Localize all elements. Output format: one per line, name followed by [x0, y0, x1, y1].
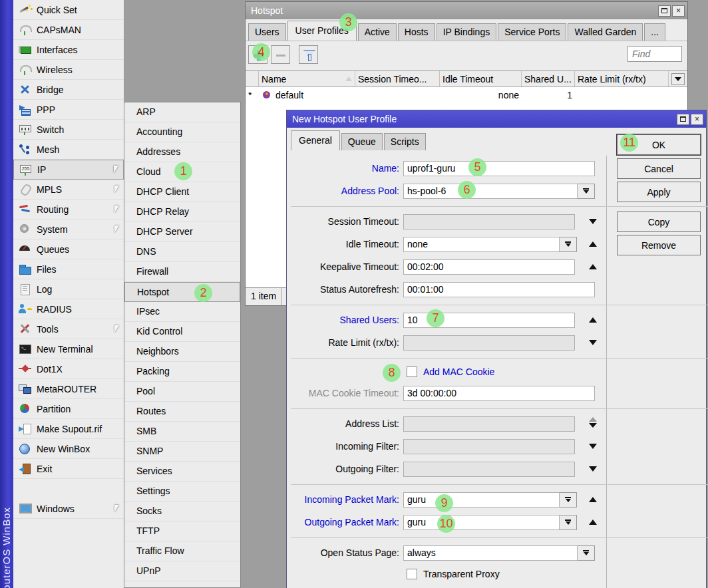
sidebar-item-quick-set[interactable]: Quick Set — [13, 0, 124, 20]
session-timeout-column-header[interactable]: Session Timeo... — [355, 71, 440, 86]
incoming-filter-input[interactable] — [403, 439, 575, 454]
sidebar-item-wireless[interactable]: Wireless — [13, 60, 124, 80]
sidebar-item-partition[interactable]: Partition — [13, 399, 124, 419]
sidebar-item-queues[interactable]: Queues — [13, 239, 124, 259]
add-mac-cookie-checkbox[interactable] — [407, 367, 417, 377]
hotspot-titlebar[interactable]: Hotspot × — [246, 2, 687, 19]
tab-hosts[interactable]: Hosts — [398, 23, 435, 41]
expand-down-icon[interactable] — [589, 442, 597, 450]
submenu-item-hotspot[interactable]: Hotspot — [124, 282, 240, 302]
open-status-page-dropdown-button[interactable] — [578, 545, 595, 561]
tab-general[interactable]: General — [291, 130, 340, 150]
incoming-packet-mark-dropdown-button[interactable] — [560, 492, 577, 508]
collapse-up-icon[interactable] — [589, 518, 597, 526]
submenu-item-dhcp-server[interactable]: DHCP Server — [124, 222, 240, 242]
open-status-page-input[interactable]: always — [403, 545, 578, 561]
collapse-up-icon[interactable] — [589, 496, 597, 504]
submenu-item-upnp[interactable]: UPnP — [124, 561, 240, 581]
address-pool-input[interactable]: hs-pool-6 — [403, 184, 578, 199]
status-autorefresh-input[interactable]: 00:01:00 — [403, 282, 595, 297]
submenu-item-traffic-flow[interactable]: Traffic Flow — [124, 541, 240, 561]
submenu-item-pool[interactable]: Pool — [124, 382, 240, 402]
remove-button[interactable]: Remove — [617, 235, 701, 255]
submenu-item-addresses[interactable]: Addresses — [124, 142, 240, 162]
sidebar-item-radius[interactable]: RADIUS — [13, 299, 124, 319]
collapse-up-icon[interactable] — [589, 263, 597, 271]
copy-button[interactable]: Copy — [617, 212, 701, 232]
rate-limit-column-header[interactable]: Rate Limit (rx/tx) — [575, 71, 669, 86]
submenu-item-tftp[interactable]: TFTP — [124, 521, 240, 541]
sidebar-item-system[interactable]: System — [13, 220, 124, 239]
submenu-item-dhcp-client[interactable]: DHCP Client — [124, 182, 240, 202]
table-row[interactable]: * default none 1 — [246, 87, 687, 102]
name-column-header[interactable]: Name — [259, 71, 355, 86]
sidebar-item-ip[interactable]: IP — [13, 160, 124, 180]
filter-button[interactable] — [299, 45, 318, 64]
address-pool-dropdown-button[interactable] — [578, 184, 595, 199]
transparent-proxy-checkbox[interactable] — [407, 569, 417, 579]
mac-cookie-timeout-input[interactable]: 3d 00:00:00 — [403, 386, 595, 401]
tab-scripts[interactable]: Scripts — [384, 133, 426, 150]
maximize-button[interactable] — [658, 5, 671, 17]
sidebar-item-mpls[interactable]: MPLS — [13, 180, 124, 200]
submenu-item-dhcp-relay[interactable]: DHCP Relay — [124, 202, 240, 222]
expand-down-icon[interactable] — [589, 339, 597, 347]
column-dropdown-button[interactable] — [671, 73, 685, 85]
sidebar-item-exit[interactable]: Exit — [13, 459, 124, 479]
sidebar-item-windows[interactable]: Windows — [13, 499, 124, 519]
idle-timeout-input[interactable]: none — [403, 237, 560, 252]
outgoing-packet-mark-input[interactable]: guru — [403, 515, 560, 530]
idle-timeout-dropdown-button[interactable] — [560, 237, 577, 252]
sidebar-item-interfaces[interactable]: Interfaces — [13, 40, 124, 60]
submenu-item-arp[interactable]: ARP — [124, 102, 240, 122]
sidebar-item-switch[interactable]: Switch — [13, 120, 124, 140]
collapse-up-icon[interactable] — [589, 316, 597, 324]
submenu-item-dns[interactable]: DNS — [124, 242, 240, 262]
close-button[interactable]: × — [691, 114, 703, 125]
tab-queue[interactable]: Queue — [341, 133, 383, 150]
spinner-updown-icon[interactable] — [589, 420, 597, 428]
submenu-item-settings[interactable]: Settings — [124, 482, 240, 502]
submenu-item-accounting[interactable]: Accounting — [124, 122, 240, 142]
shared-users-column-header[interactable]: Shared U... — [522, 71, 575, 86]
submenu-item-services[interactable]: Services — [124, 462, 240, 482]
rate-limit-input[interactable] — [403, 335, 575, 351]
expand-down-icon[interactable] — [589, 465, 597, 473]
sidebar-item-make-supout[interactable]: Make Supout.rif — [13, 419, 124, 439]
sidebar-item-capsman[interactable]: CAPsMAN — [13, 20, 124, 40]
apply-button[interactable]: Apply — [617, 182, 701, 202]
name-input[interactable]: uprof1-guru — [403, 161, 595, 176]
remove-button[interactable] — [271, 45, 290, 64]
submenu-item-packing[interactable]: Packing — [124, 362, 240, 382]
expand-down-icon[interactable] — [589, 218, 597, 225]
submenu-item-kid-control[interactable]: Kid Control — [124, 322, 240, 342]
sidebar-item-mesh[interactable]: Mesh — [13, 140, 124, 160]
tab-users[interactable]: Users — [248, 23, 286, 41]
submenu-item-socks[interactable]: Socks — [124, 502, 240, 521]
dialog-titlebar[interactable]: New Hotspot User Profile × — [287, 110, 706, 128]
idle-timeout-column-header[interactable]: Idle Timeout — [440, 71, 522, 86]
sidebar-item-dot1x[interactable]: Dot1X — [13, 359, 124, 379]
sidebar-item-new-terminal[interactable]: New Terminal — [13, 339, 124, 359]
tab-service-ports[interactable]: Service Ports — [498, 23, 566, 41]
submenu-item-snmp[interactable]: SNMP — [124, 442, 240, 462]
sidebar-item-tools[interactable]: Tools — [13, 319, 124, 339]
submenu-item-firewall[interactable]: Firewall — [124, 262, 240, 282]
submenu-item-routes[interactable]: Routes — [124, 402, 240, 422]
sidebar-item-new-winbox[interactable]: New WinBox — [13, 439, 124, 459]
session-timeout-input[interactable] — [403, 214, 575, 229]
maximize-button[interactable] — [677, 114, 689, 125]
keepalive-timeout-input[interactable]: 00:02:00 — [403, 259, 575, 275]
sidebar-item-files[interactable]: Files — [13, 259, 124, 279]
flag-column-header[interactable] — [246, 71, 259, 86]
sidebar-item-routing[interactable]: Routing — [13, 200, 124, 220]
sidebar-item-ppp[interactable]: PPP — [13, 100, 124, 120]
address-list-input[interactable] — [403, 416, 575, 432]
submenu-item-neighbors[interactable]: Neighbors — [124, 342, 240, 362]
submenu-item-ipsec[interactable]: IPsec — [124, 302, 240, 322]
submenu-item-smb[interactable]: SMB — [124, 422, 240, 442]
sidebar-item-log[interactable]: Log — [13, 279, 124, 299]
tab-ip-bindings[interactable]: IP Bindings — [437, 23, 497, 41]
tab-walled-garden[interactable]: Walled Garden — [568, 23, 643, 41]
outgoing-packet-mark-dropdown-button[interactable] — [560, 515, 577, 530]
